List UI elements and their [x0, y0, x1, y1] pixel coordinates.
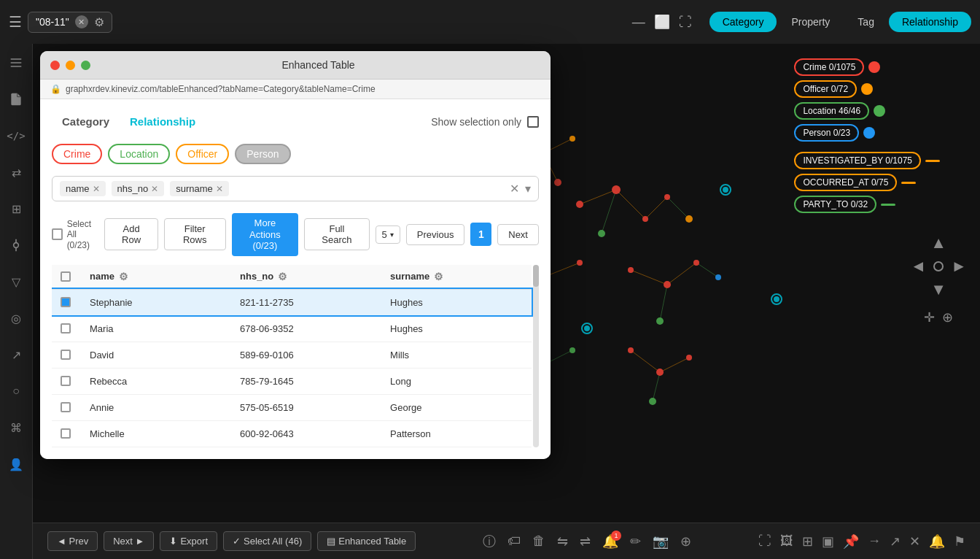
pill-crime[interactable]: Crime: [52, 144, 102, 164]
window-title-bar: "08-11" ✕ ⚙: [28, 12, 112, 33]
search-tag-nhs-no[interactable]: nhs_no ✕: [112, 181, 165, 196]
search-dropdown-btn[interactable]: ▾: [525, 182, 531, 196]
bottom-toolbar: ◄ Prev Next ► ⬇ Export ✓ Select All (46)…: [33, 523, 980, 559]
scrollbar[interactable]: [533, 265, 539, 447]
bottom-trash-icon[interactable]: 🗑: [532, 533, 545, 549]
col-name-gear[interactable]: ⚙: [119, 271, 128, 282]
bottom-edit-icon[interactable]: ✏: [630, 533, 641, 550]
row-checkbox-3[interactable]: [61, 376, 71, 386]
full-search-btn[interactable]: Full Search: [304, 218, 369, 250]
cell-nhs-1: 678-06-9352: [231, 315, 381, 342]
sidebar-icon-layers[interactable]: [4, 51, 28, 74]
inner-tab-relationship[interactable]: Relationship: [120, 111, 206, 132]
bottom-pin-icon[interactable]: 📌: [843, 533, 859, 550]
sidebar-icon-code[interactable]: </>: [4, 124, 28, 147]
sidebar-icon-user[interactable]: 👤: [4, 452, 28, 476]
cell-surname-4: George: [381, 394, 532, 420]
col-surname-gear[interactable]: ⚙: [434, 271, 443, 282]
window-chrome: Enhanced Table: [40, 51, 551, 80]
bottom-flag-icon[interactable]: ⚑: [954, 533, 965, 550]
row-checkbox-4[interactable]: [61, 402, 71, 412]
row-checkbox-1[interactable]: [61, 323, 71, 334]
bottom-info-icon[interactable]: ⓘ: [483, 533, 496, 550]
sidebar-icon-globe[interactable]: ○: [4, 379, 28, 403]
tag-nhsno-x[interactable]: ✕: [151, 184, 158, 194]
select-all-area[interactable]: Select All (0/23): [52, 219, 98, 250]
url-text: graphxrdev.kineviz.com/tableEnhanced?tab…: [66, 84, 376, 94]
hamburger-icon[interactable]: ☰: [9, 13, 22, 31]
add-row-btn[interactable]: Add Row: [104, 218, 158, 250]
bottom-select-all-btn[interactable]: ✓ Select All (46): [223, 531, 311, 551]
cell-name-0: Stephanie: [81, 289, 231, 316]
tab-relationship[interactable]: Relationship: [889, 12, 971, 32]
bottom-cross-icon[interactable]: ✕: [909, 533, 920, 550]
next-btn[interactable]: Next: [497, 224, 539, 245]
pill-person[interactable]: Person: [235, 144, 290, 164]
close-x-btn[interactable]: ✕: [75, 15, 88, 28]
maximize-icon[interactable]: ⬜: [654, 14, 670, 30]
bottom-layout-icon[interactable]: ▣: [822, 533, 834, 550]
cell-name-3: Rebecca: [81, 368, 231, 394]
bottom-split-icon[interactable]: ⇌: [580, 533, 591, 550]
tag-surname-x[interactable]: ✕: [216, 184, 223, 194]
sidebar-icon-target[interactable]: ◎: [4, 307, 28, 330]
bottom-arrow-icon[interactable]: →: [868, 533, 881, 549]
window-settings-icon[interactable]: ⚙: [94, 15, 104, 29]
traffic-light-red[interactable]: [50, 61, 60, 70]
lock-icon: 🔒: [50, 84, 61, 94]
header-checkbox[interactable]: [61, 271, 71, 282]
left-sidebar: </> ⇄ ⊞ ▽ ◎ ↗ ○ ⌘ 👤: [0, 44, 33, 559]
sidebar-icon-grid[interactable]: ⊞: [4, 197, 28, 220]
bottom-expand-icon[interactable]: ⛶: [758, 533, 771, 549]
table-row: Rebecca785-79-1645Long: [52, 368, 532, 394]
cell-nhs-4: 575-05-6519: [231, 394, 381, 420]
bottom-graph-icon[interactable]: ⊞: [802, 533, 813, 550]
sidebar-icon-graph[interactable]: [4, 234, 28, 257]
bottom-prev-btn[interactable]: ◄ Prev: [47, 531, 98, 551]
bottom-locate-icon[interactable]: ⊕: [680, 533, 691, 550]
col-nhsno-gear[interactable]: ⚙: [278, 271, 287, 282]
sidebar-icon-transfer[interactable]: ⇄: [4, 161, 28, 184]
minimize-icon[interactable]: —: [632, 15, 645, 30]
tag-name-x[interactable]: ✕: [93, 184, 100, 194]
pill-location[interactable]: Location: [108, 144, 170, 164]
bottom-bell-icon[interactable]: 🔔: [929, 533, 945, 550]
bottom-screenshot-icon[interactable]: 🖼: [780, 533, 793, 549]
row-checkbox-5[interactable]: [61, 428, 71, 439]
cell-surname-3: Long: [381, 368, 532, 394]
filter-rows-btn[interactable]: Filter Rows: [164, 218, 226, 250]
search-tag-name[interactable]: name ✕: [60, 181, 106, 196]
tab-category[interactable]: Category: [709, 12, 777, 32]
tab-tag[interactable]: Tag: [844, 12, 887, 32]
search-tag-surname[interactable]: surname ✕: [170, 181, 229, 196]
tab-property[interactable]: Property: [778, 12, 843, 32]
prev-btn[interactable]: Previous: [406, 224, 465, 245]
inner-tab-category[interactable]: Category: [52, 111, 120, 132]
bottom-badge-icon[interactable]: 🔔 1: [602, 533, 618, 550]
row-checkbox-2[interactable]: [61, 350, 71, 360]
bottom-next-btn[interactable]: Next ►: [104, 531, 154, 551]
traffic-light-green[interactable]: [81, 61, 90, 70]
row-checkbox-0[interactable]: [61, 297, 71, 307]
sidebar-icon-document[interactable]: [4, 88, 28, 111]
bottom-share-icon[interactable]: ↗: [890, 533, 901, 550]
sidebar-icon-key[interactable]: ⌘: [4, 416, 28, 439]
sidebar-icon-export[interactable]: ↗: [4, 343, 28, 366]
fullscreen-icon[interactable]: ⛶: [679, 15, 692, 30]
traffic-light-yellow[interactable]: [66, 61, 75, 70]
more-actions-btn[interactable]: More Actions (0/23): [232, 213, 299, 256]
bottom-export-btn[interactable]: ⬇ Export: [160, 531, 217, 551]
sidebar-icon-filter[interactable]: ▽: [4, 270, 28, 293]
show-selection-checkbox[interactable]: [527, 116, 539, 128]
bottom-merge-icon[interactable]: ⇋: [557, 533, 568, 550]
top-bar: ☰ "08-11" ✕ ⚙ — ⬜ ⛶ Category Property Ta…: [0, 0, 980, 44]
cell-name-2: David: [81, 342, 231, 368]
pill-officer[interactable]: Officer: [176, 144, 229, 164]
select-all-checkbox[interactable]: [52, 228, 63, 240]
cell-nhs-5: 600-92-0643: [231, 420, 381, 447]
bottom-enhanced-table-btn[interactable]: ▤ Enhanced Table: [317, 531, 416, 551]
search-clear-btn[interactable]: ✕: [510, 182, 519, 196]
bottom-tag-icon[interactable]: 🏷: [508, 533, 521, 549]
rows-per-page[interactable]: 5 ▾: [376, 225, 400, 244]
bottom-camera-icon[interactable]: 📷: [653, 533, 669, 550]
